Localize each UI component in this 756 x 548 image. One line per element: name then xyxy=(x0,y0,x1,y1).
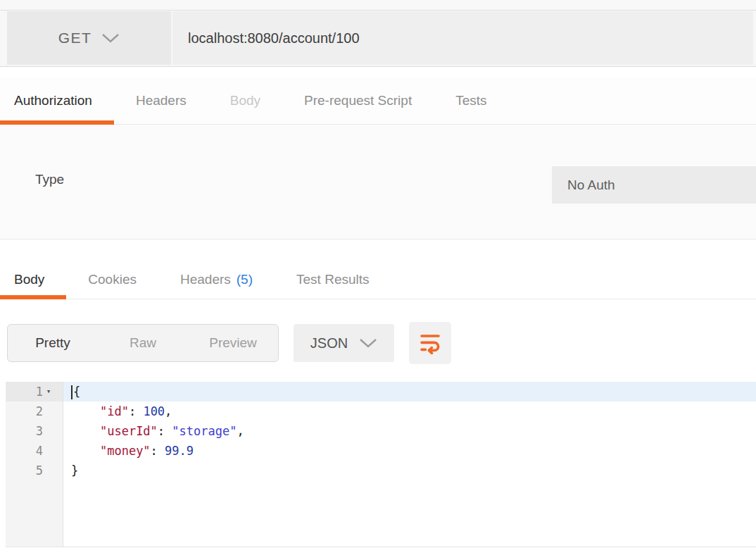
auth-type-value: No Auth xyxy=(567,178,615,193)
gutter-filler xyxy=(6,480,63,547)
code-token-plain xyxy=(71,424,100,438)
view-mode-pretty[interactable]: Pretty xyxy=(8,325,98,361)
line-number: 3 xyxy=(6,421,63,441)
tab-label: Body xyxy=(230,93,260,108)
code-token-plain: : xyxy=(158,424,172,438)
code-token-plain xyxy=(71,444,100,458)
tab-body[interactable]: Body xyxy=(208,77,282,124)
view-mode-toggle: PrettyRawPreview xyxy=(7,324,279,362)
url-text: localhost:8080/account/100 xyxy=(188,30,360,46)
line-number: 4 xyxy=(6,441,63,461)
code-token-plain: , xyxy=(165,404,172,418)
code-line[interactable]: 4 "money": 99.9 xyxy=(6,441,756,461)
line-number: 1▾ xyxy=(6,382,63,401)
code-token-plain: : xyxy=(151,444,165,458)
code-line[interactable]: 3 "userId": "storage", xyxy=(6,421,756,441)
line-number-text: 1 xyxy=(36,382,43,401)
tab-test-results[interactable]: Test Results xyxy=(275,260,391,299)
code-line-content: "id": 100, xyxy=(63,401,756,421)
code-token-plain: , xyxy=(237,424,244,438)
tab-headers[interactable]: Headers(5) xyxy=(158,260,275,299)
code-token-plain: { xyxy=(73,385,80,399)
code-token-key: "id" xyxy=(100,404,129,418)
tab-headers[interactable]: Headers xyxy=(114,77,208,124)
auth-type-label: Type xyxy=(35,161,64,198)
language-value: JSON xyxy=(310,335,348,351)
response-tabs: BodyCookiesHeaders(5)Test Results xyxy=(0,260,756,299)
response-toolbar: PrettyRawPreview JSON xyxy=(7,322,756,364)
line-number: 5 xyxy=(6,461,63,480)
method-selector[interactable]: GET xyxy=(7,11,172,65)
language-select[interactable]: JSON xyxy=(294,324,394,362)
request-tabs: AuthorizationHeadersBodyPre-request Scri… xyxy=(0,77,756,125)
line-number-text: 3 xyxy=(36,421,43,441)
code-line[interactable]: 5} xyxy=(6,461,756,480)
code-line-content: { xyxy=(63,382,756,401)
code-line[interactable]: 1▾{ xyxy=(6,382,756,401)
tab-body[interactable]: Body xyxy=(0,260,66,299)
tab-label: Body xyxy=(14,272,44,287)
tab-authorization[interactable]: Authorization xyxy=(0,77,114,124)
view-mode-raw[interactable]: Raw xyxy=(98,325,188,361)
tab-label: Headers xyxy=(136,93,187,108)
method-label: GET xyxy=(58,30,92,46)
tab-cookies[interactable]: Cookies xyxy=(66,260,158,299)
tab-label: Tests xyxy=(455,93,486,108)
auth-type-select[interactable]: No Auth xyxy=(552,166,756,204)
view-mode-preview[interactable]: Preview xyxy=(188,325,278,361)
line-number-text: 5 xyxy=(36,461,43,480)
tab-count-badge: (5) xyxy=(237,272,253,287)
editor-filler xyxy=(6,480,756,547)
code-token-plain: } xyxy=(71,463,78,478)
line-number: 2 xyxy=(6,401,63,421)
top-strip xyxy=(0,0,756,11)
fold-caret-icon[interactable]: ▾ xyxy=(43,382,54,401)
wrap-text-icon xyxy=(419,332,441,354)
tab-pre-request-script[interactable]: Pre-request Script xyxy=(282,77,434,124)
chevron-down-icon xyxy=(101,33,120,43)
tab-label: Headers xyxy=(180,272,231,287)
tab-label: Pre-request Script xyxy=(304,93,412,108)
code-token-number: 99.9 xyxy=(165,444,194,458)
tab-label: Test Results xyxy=(296,272,369,287)
code-token-plain: : xyxy=(129,404,143,418)
authorization-panel: Type No Auth xyxy=(0,125,756,239)
url-bar: GET localhost:8080/account/100 xyxy=(7,11,753,65)
code-token-key: "userId" xyxy=(100,424,158,438)
line-number-text: 2 xyxy=(36,401,43,421)
wrap-text-button[interactable] xyxy=(409,322,451,364)
chevron-down-icon xyxy=(359,338,377,348)
tab-label: Authorization xyxy=(14,93,92,108)
request-url-section: GET localhost:8080/account/100 xyxy=(0,11,756,67)
code-token-key: "money" xyxy=(100,444,151,458)
code-token-plain xyxy=(71,404,100,418)
code-token-string: "storage" xyxy=(172,424,237,438)
code-token-number: 100 xyxy=(143,404,165,418)
code-line-content: "money": 99.9 xyxy=(63,441,756,461)
url-input[interactable]: localhost:8080/account/100 xyxy=(172,11,753,65)
code-line[interactable]: 2 "id": 100, xyxy=(6,401,756,421)
line-number-text: 4 xyxy=(36,441,43,461)
text-cursor xyxy=(71,385,73,399)
tab-tests[interactable]: Tests xyxy=(434,77,508,124)
code-rows: 1▾{2 "id": 100,3 "userId": "storage",4 "… xyxy=(6,382,756,480)
code-line-content: "userId": "storage", xyxy=(63,421,756,441)
code-line-content: } xyxy=(63,461,756,480)
code-filler xyxy=(63,480,756,547)
code-editor[interactable]: 1▾{2 "id": 100,3 "userId": "storage",4 "… xyxy=(6,382,756,547)
tab-label: Cookies xyxy=(88,272,137,287)
